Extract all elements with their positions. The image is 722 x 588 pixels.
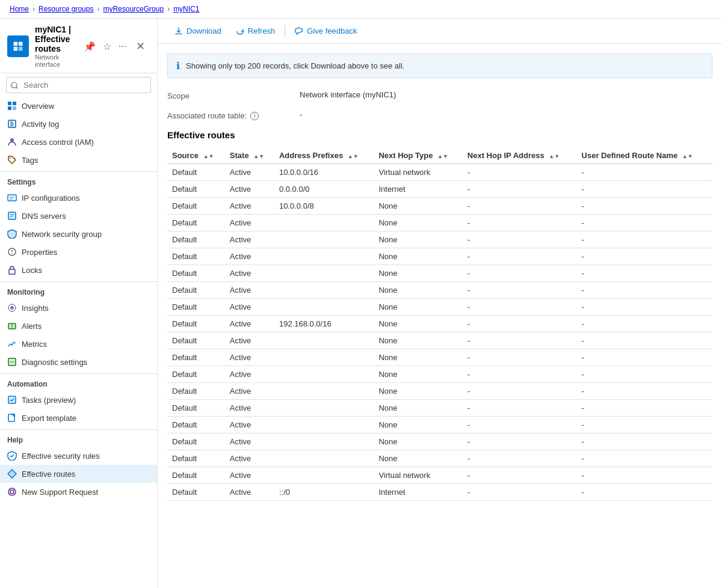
cell-state-5: Active [225, 248, 274, 265]
cell-route-name-19: - [577, 484, 712, 501]
sidebar-item-ip-configurations[interactable]: IP configurations [0, 189, 157, 207]
svg-rect-4 [8, 102, 11, 105]
sidebar-nav: Overview Activity log Access control (IA… [0, 97, 157, 588]
properties-label: Properties [22, 248, 57, 257]
pin-button[interactable]: 📌 [81, 38, 98, 55]
col-address[interactable]: Address Prefixes ▲▼ [274, 147, 374, 164]
sidebar-item-tags[interactable]: Tags [0, 151, 157, 169]
col-hop-ip[interactable]: Next Hop IP Address ▲▼ [463, 147, 577, 164]
cell-address-19: ::/0 [274, 484, 374, 501]
cell-source-9: Default [167, 316, 225, 332]
sidebar-item-network-security-group[interactable]: Network security group [0, 225, 157, 243]
cell-source-12: Default [167, 366, 225, 383]
sort-hop-ip-icon: ▲▼ [549, 153, 560, 159]
sidebar-item-activity-log[interactable]: Activity log [0, 115, 157, 133]
search-input[interactable] [6, 77, 151, 93]
sidebar-item-export-template[interactable]: Export template [0, 409, 157, 427]
cell-route-name-13: - [577, 383, 712, 400]
insights-label: Insights [22, 304, 49, 313]
breadcrumb-home[interactable]: Home [10, 5, 29, 13]
sidebar-item-new-support-request[interactable]: New Support Request [0, 483, 157, 501]
cell-hop-ip-15: - [463, 417, 577, 433]
sidebar-item-locks[interactable]: Locks [0, 261, 157, 279]
breadcrumb: Home › Resource groups › myResourceGroup… [0, 0, 722, 19]
sidebar-item-diagnostic-settings[interactable]: Diagnostic settings [0, 353, 157, 371]
col-route-name[interactable]: User Defined Route Name ▲▼ [577, 147, 712, 164]
svg-rect-24 [9, 269, 15, 274]
cell-hop-type-10: None [374, 332, 462, 349]
sidebar-item-properties[interactable]: Properties [0, 243, 157, 261]
cell-route-name-14: - [577, 400, 712, 417]
cell-hop-ip-18: - [463, 467, 577, 484]
breadcrumb-my-resource-group[interactable]: myResourceGroup [103, 5, 164, 13]
more-button[interactable]: ··· [116, 38, 129, 54]
cell-source-3: Default [167, 215, 225, 231]
cell-address-13 [274, 383, 374, 400]
cell-hop-ip-11: - [463, 349, 577, 366]
download-button[interactable]: Download [167, 23, 229, 38]
cell-hop-ip-19: - [463, 484, 577, 501]
sidebar-item-effective-routes[interactable]: Effective routes [0, 465, 157, 483]
col-state[interactable]: State ▲▼ [225, 147, 274, 164]
feedback-button[interactable]: Give feedback [288, 23, 364, 38]
svg-rect-0 [14, 42, 18, 46]
cell-source-1: Default [167, 181, 225, 198]
cell-hop-type-3: None [374, 215, 462, 231]
sidebar-item-metrics[interactable]: Metrics [0, 335, 157, 353]
diagnostic-settings-label: Diagnostic settings [22, 358, 87, 367]
table-row: Default Active None - - [167, 366, 712, 383]
table-row: Default Active None - - [167, 265, 712, 282]
page-content: ℹ Showing only top 200 records, click Do… [158, 44, 722, 588]
cell-address-16 [274, 433, 374, 450]
section-settings: Settings [0, 171, 157, 189]
cell-source-15: Default [167, 417, 225, 433]
breadcrumb-mynic1[interactable]: myNIC1 [173, 5, 199, 13]
cell-hop-type-13: None [374, 383, 462, 400]
cell-address-18 [274, 467, 374, 484]
cell-hop-ip-14: - [463, 400, 577, 417]
sidebar-item-insights[interactable]: Insights [0, 299, 157, 317]
sidebar-item-dns-servers[interactable]: DNS servers [0, 207, 157, 225]
breadcrumb-resource-groups[interactable]: Resource groups [39, 5, 93, 13]
col-source[interactable]: Source ▲▼ [167, 147, 225, 164]
cell-hop-ip-4: - [463, 231, 577, 248]
scope-label: Scope [167, 90, 300, 100]
cell-route-name-9: - [577, 316, 712, 332]
table-row: Default Active None - - [167, 215, 712, 231]
route-table-info-icon[interactable]: i [250, 112, 259, 120]
favorite-button[interactable]: ☆ [100, 38, 114, 55]
svg-point-23 [11, 253, 13, 254]
tags-label: Tags [22, 156, 38, 165]
cell-hop-type-4: None [374, 231, 462, 248]
close-button[interactable]: ✕ [131, 37, 150, 55]
metrics-icon [7, 339, 17, 349]
col-hop-type[interactable]: Next Hop Type ▲▼ [374, 147, 462, 164]
sidebar-item-access-control[interactable]: Access control (IAM) [0, 133, 157, 151]
sidebar-item-alerts[interactable]: Alerts [0, 317, 157, 335]
export-icon [7, 413, 17, 423]
cell-source-10: Default [167, 332, 225, 349]
sidebar-item-effective-security-rules[interactable]: Effective security rules [0, 447, 157, 465]
sidebar-item-tasks[interactable]: Tasks (preview) [0, 391, 157, 409]
svg-rect-3 [19, 47, 23, 51]
cell-hop-type-2: None [374, 198, 462, 215]
cell-hop-ip-10: - [463, 332, 577, 349]
section-title: Effective routes [167, 130, 712, 140]
cell-state-9: Active [225, 316, 274, 332]
cell-hop-type-6: None [374, 265, 462, 282]
info-banner: ℹ Showing only top 200 records, click Do… [167, 54, 712, 78]
table-row: Default Active None - - [167, 332, 712, 349]
svg-point-12 [10, 138, 14, 142]
cell-hop-type-1: Internet [374, 181, 462, 198]
cell-hop-type-18: Virtual network [374, 467, 462, 484]
sidebar-item-overview[interactable]: Overview [0, 97, 157, 115]
cell-route-name-4: - [577, 231, 712, 248]
cell-source-2: Default [167, 198, 225, 215]
page-subtitle: Network interface [35, 54, 75, 68]
cell-hop-ip-17: - [463, 450, 577, 467]
refresh-button[interactable]: Refresh [229, 23, 283, 38]
cell-hop-ip-2: - [463, 198, 577, 215]
cell-address-1: 0.0.0.0/0 [274, 181, 374, 198]
cell-hop-ip-9: - [463, 316, 577, 332]
support-request-label: New Support Request [22, 488, 98, 497]
